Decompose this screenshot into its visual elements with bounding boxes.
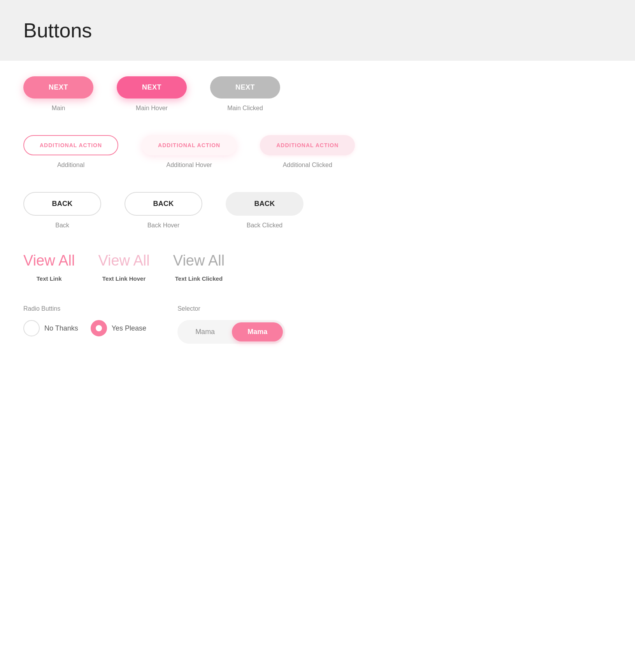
main-buttons-section: NEXT Main NEXT Main Hover NEXT Main Clic…	[23, 76, 612, 112]
back-button-hover[interactable]: BACK	[125, 192, 202, 216]
text-link-clicked-label: Text Link Clicked	[175, 275, 223, 282]
additional-buttons-section: ADDITIONAL ACTION Additional ADDITIONAL …	[23, 135, 612, 169]
page-header: Buttons	[0, 0, 635, 61]
selector-items: Mama Mama	[177, 320, 285, 344]
radio-circle-no[interactable]	[23, 320, 40, 336]
radio-label-yes: Yes Please	[112, 324, 146, 332]
back-button-clicked[interactable]: BACK	[226, 192, 303, 216]
back-button-hover-item: BACK Back Hover	[125, 192, 202, 229]
text-link-normal[interactable]: View All	[23, 252, 75, 269]
back-button-normal-label: Back	[55, 222, 69, 229]
main-button-clicked-label: Main Clicked	[227, 105, 263, 112]
selector-group-label: Selector	[177, 305, 285, 312]
additional-buttons-row: ADDITIONAL ACTION Additional ADDITIONAL …	[23, 135, 612, 169]
radio-selector-section: Radio Buttins No Thanks Yes Please Selec…	[23, 305, 612, 344]
text-link-clicked-item: View All Text Link Clicked	[173, 252, 225, 282]
text-link-hover-item: View All Text Link Hover	[98, 252, 149, 282]
back-buttons-row: BACK Back BACK Back Hover BACK Back Clic…	[23, 192, 612, 229]
text-link-clicked[interactable]: View All	[173, 252, 225, 269]
text-link-hover-label: Text Link Hover	[102, 275, 146, 282]
text-link-normal-label: Text Link	[37, 275, 62, 282]
main-button-normal[interactable]: NEXT	[23, 76, 93, 99]
page-title: Buttons	[23, 19, 612, 42]
main-button-hover-item: NEXT Main Hover	[117, 76, 187, 112]
main-button-normal-label: Main	[52, 105, 65, 112]
back-buttons-section: BACK Back BACK Back Hover BACK Back Clic…	[23, 192, 612, 229]
back-button-clicked-item: BACK Back Clicked	[226, 192, 303, 229]
main-button-clicked-item: NEXT Main Clicked	[210, 76, 280, 112]
radio-item-no[interactable]: No Thanks	[23, 320, 78, 336]
selector-option-unselected[interactable]: Mama	[180, 322, 230, 341]
back-button-clicked-label: Back Clicked	[247, 222, 282, 229]
main-button-clicked[interactable]: NEXT	[210, 76, 280, 99]
main-button-hover-label: Main Hover	[136, 105, 168, 112]
radio-item-yes[interactable]: Yes Please	[91, 320, 146, 336]
additional-button-hover[interactable]: ADDITIONAL ACTION	[142, 135, 237, 155]
radio-group-label: Radio Buttins	[23, 305, 146, 312]
back-button-hover-label: Back Hover	[147, 222, 180, 229]
text-links-row: View All Text Link View All Text Link Ho…	[23, 252, 612, 282]
page-content: NEXT Main NEXT Main Hover NEXT Main Clic…	[0, 61, 635, 383]
main-buttons-row: NEXT Main NEXT Main Hover NEXT Main Clic…	[23, 76, 612, 112]
additional-button-clicked-item: ADDITIONAL ACTION Additional Clicked	[260, 135, 355, 169]
radio-selector-row: Radio Buttins No Thanks Yes Please Selec…	[23, 305, 612, 344]
radio-label-no: No Thanks	[44, 324, 78, 332]
additional-button-hover-label: Additional Hover	[166, 162, 212, 169]
radio-group: Radio Buttins No Thanks Yes Please	[23, 305, 146, 336]
text-link-normal-item: View All Text Link	[23, 252, 75, 282]
additional-button-hover-item: ADDITIONAL ACTION Additional Hover	[142, 135, 237, 169]
additional-button-clicked-label: Additional Clicked	[283, 162, 332, 169]
radio-circle-yes[interactable]	[91, 320, 107, 336]
selector-option-selected[interactable]: Mama	[232, 322, 283, 341]
back-button-normal[interactable]: BACK	[23, 192, 101, 216]
additional-button-clicked[interactable]: ADDITIONAL ACTION	[260, 135, 355, 155]
radio-items: No Thanks Yes Please	[23, 320, 146, 336]
selector-group: Selector Mama Mama	[177, 305, 285, 344]
additional-button-normal-item: ADDITIONAL ACTION Additional	[23, 135, 118, 169]
text-link-hover[interactable]: View All	[98, 252, 149, 269]
additional-button-normal-label: Additional	[57, 162, 84, 169]
main-button-hover[interactable]: NEXT	[117, 76, 187, 99]
back-button-normal-item: BACK Back	[23, 192, 101, 229]
main-button-normal-item: NEXT Main	[23, 76, 93, 112]
additional-button-normal[interactable]: ADDITIONAL ACTION	[23, 135, 118, 155]
text-links-section: View All Text Link View All Text Link Ho…	[23, 252, 612, 282]
